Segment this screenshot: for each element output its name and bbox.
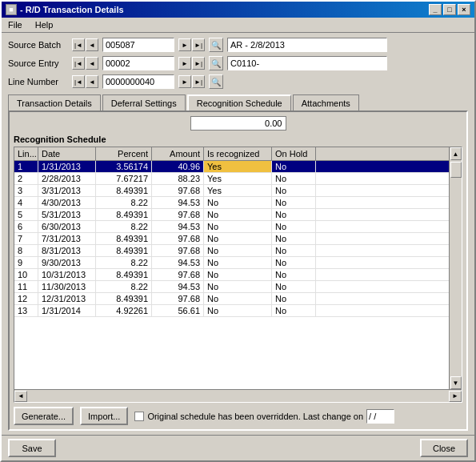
cell-percent: 8.22 [96, 281, 152, 292]
scroll-up-btn[interactable]: ▲ [450, 147, 462, 160]
cell-date: 6/30/2013 [38, 221, 96, 232]
cell-amount: 97.68 [152, 245, 204, 256]
cell-percent: 8.49391 [96, 245, 152, 256]
line-nav-next-btn[interactable]: ► [178, 75, 191, 88]
amount-box: 0.00 [190, 116, 286, 131]
cell-onhold: No [272, 173, 316, 184]
cell-onhold: No [272, 245, 316, 256]
cell-onhold: No [272, 305, 316, 316]
table-row[interactable]: 13 1/31/2014 4.92261 56.61 No No [14, 305, 449, 317]
source-entry-label: Source Entry [8, 58, 68, 68]
scroll-track[interactable] [27, 391, 449, 402]
table-row[interactable]: 2 2/28/2013 7.67217 88.23 Yes No [14, 173, 449, 185]
line-nav-first-btn[interactable]: |◄ [72, 75, 85, 88]
save-button[interactable]: Save [8, 439, 56, 457]
tab-deferral-settings[interactable]: Deferral Settings [102, 94, 186, 110]
table-row[interactable]: 12 12/31/2013 8.49391 97.68 No No [14, 293, 449, 305]
amount-display-row: 0.00 [14, 116, 462, 131]
menu-file[interactable]: File [6, 19, 25, 30]
maximize-button[interactable]: □ [443, 4, 456, 15]
cell-line: 7 [14, 233, 38, 244]
table-row[interactable]: 6 6/30/2013 8.22 94.53 No No [14, 221, 449, 233]
menu-help[interactable]: Help [33, 19, 56, 30]
table-header: Lin... Date Percent Amount Is recognized… [14, 147, 449, 161]
title-bar: ■ - R/D Transaction Details _ □ × [2, 2, 474, 18]
cell-onhold: No [272, 293, 316, 304]
source-entry-input[interactable] [102, 56, 174, 70]
table-row[interactable]: 7 7/31/2013 8.49391 97.68 No No [14, 233, 449, 245]
table-row[interactable]: 3 3/31/2013 8.49391 97.68 Yes No [14, 185, 449, 197]
cell-date: 2/28/2013 [38, 173, 96, 184]
table-row[interactable]: 1 1/31/2013 3.56174 40.96 Yes No [14, 161, 449, 173]
cell-date: 11/30/2013 [38, 281, 96, 292]
source-batch-input[interactable] [102, 38, 174, 52]
close-button-footer[interactable]: Close [420, 439, 468, 457]
source-batch-nav: |◄ ◄ [72, 38, 98, 51]
override-checkbox[interactable] [134, 412, 144, 421]
source-batch-label: Source Batch [8, 40, 68, 50]
line-nav-prev-btn[interactable]: ◄ [86, 75, 98, 88]
source-entry-value[interactable] [227, 56, 387, 70]
cell-line: 9 [14, 257, 38, 268]
table-row[interactable]: 8 8/31/2013 8.49391 97.68 No No [14, 245, 449, 257]
col-header-percent: Percent [96, 147, 152, 160]
entry-nav-last-btn[interactable]: ►| [192, 57, 205, 70]
cell-percent: 8.49391 [96, 209, 152, 220]
cell-date: 12/31/2013 [38, 293, 96, 304]
cell-amount: 97.68 [152, 293, 204, 304]
scroll-down-btn[interactable]: ▼ [450, 376, 462, 389]
cell-percent: 8.22 [96, 221, 152, 232]
line-number-input[interactable] [102, 74, 174, 89]
last-change-date[interactable] [366, 409, 394, 424]
import-button[interactable]: Import... [80, 407, 128, 425]
nav-next-btn[interactable]: ► [178, 38, 191, 51]
scroll-thumb[interactable] [450, 162, 462, 178]
table-row[interactable]: 4 4/30/2013 8.22 94.53 No No [14, 197, 449, 209]
tab-recognition-schedule[interactable]: Recognition Schedule [187, 94, 291, 110]
col-header-amount: Amount [152, 147, 204, 160]
scroll-right-btn[interactable]: ► [449, 391, 462, 402]
source-batch-row: Source Batch |◄ ◄ ► ►| 🔍 [8, 37, 468, 53]
window-title: - R/D Transaction Details [20, 5, 124, 14]
nav-prev-btn[interactable]: ◄ [86, 38, 98, 51]
source-entry-search-btn[interactable]: 🔍 [209, 56, 223, 70]
cell-isrec: No [204, 257, 272, 268]
nav-last-btn[interactable]: ►| [192, 38, 205, 51]
window-icon: ■ [6, 4, 17, 15]
source-batch-search-btn[interactable]: 🔍 [209, 38, 223, 52]
cell-percent: 8.49391 [96, 269, 152, 280]
source-batch-value[interactable] [227, 38, 387, 52]
entry-nav-first-btn[interactable]: |◄ [72, 57, 85, 70]
cell-amount: 56.61 [152, 305, 204, 316]
cell-percent: 4.92261 [96, 305, 152, 316]
table-row[interactable]: 11 11/30/2013 8.22 94.53 No No [14, 281, 449, 293]
cell-onhold: No [272, 269, 316, 280]
table-row[interactable]: 5 5/31/2013 8.49391 97.68 No No [14, 209, 449, 221]
cell-amount: 88.23 [152, 173, 204, 184]
table-body: 1 1/31/2013 3.56174 40.96 Yes No 2 2/28/… [14, 161, 449, 389]
cell-percent: 3.56174 [96, 161, 152, 172]
tab-transaction-details[interactable]: Transaction Details [8, 94, 101, 110]
nav-first-btn[interactable]: |◄ [72, 38, 85, 51]
col-header-line: Lin... [14, 147, 38, 160]
cell-percent: 8.49391 [96, 233, 152, 244]
entry-nav-prev-btn[interactable]: ◄ [86, 57, 98, 70]
line-number-search-btn[interactable]: 🔍 [209, 74, 223, 89]
vertical-scrollbar[interactable]: ▲ ▼ [449, 147, 462, 389]
minimize-button[interactable]: _ [429, 4, 442, 15]
cell-amount: 97.68 [152, 185, 204, 196]
cell-onhold: No [272, 281, 316, 292]
line-nav-last-btn[interactable]: ►| [192, 75, 205, 88]
line-nav-right: ► ►| [178, 75, 205, 88]
table-row[interactable]: 9 9/30/2013 8.22 94.53 No No [14, 257, 449, 269]
close-button[interactable]: × [458, 4, 470, 15]
cell-date: 1/31/2014 [38, 305, 96, 316]
entry-nav-next-btn[interactable]: ► [178, 57, 191, 70]
scroll-left-btn[interactable]: ◄ [14, 391, 27, 402]
table-row[interactable]: 10 10/31/2013 8.49391 97.68 No No [14, 269, 449, 281]
tab-attachments[interactable]: Attachments [293, 94, 359, 110]
cell-onhold: No [272, 161, 316, 172]
cell-line: 10 [14, 269, 38, 280]
cell-isrec: No [204, 305, 272, 316]
generate-button[interactable]: Generate... [14, 407, 74, 425]
